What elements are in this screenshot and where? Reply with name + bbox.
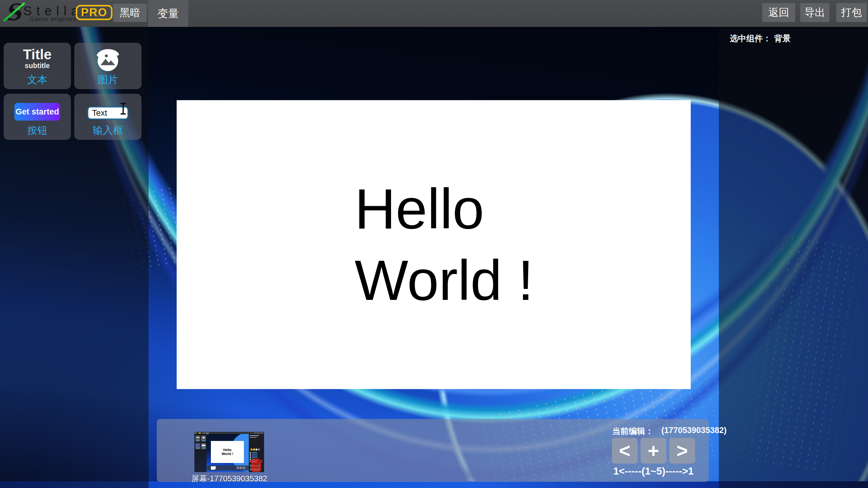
- app-logo: S: [2, 0, 24, 27]
- right-panel-backdrop: [719, 27, 868, 488]
- export-button[interactable]: 导出: [800, 3, 830, 22]
- palette-card-button[interactable]: Get started 按钮: [4, 94, 71, 140]
- mini-sidebar: [194, 434, 207, 472]
- inspector-selected-component: 选中组件： 背景: [730, 33, 791, 44]
- ibeam-cursor-icon: [120, 103, 127, 116]
- package-button[interactable]: 打包: [836, 3, 867, 22]
- palette-card-text[interactable]: Title subtitle 文本: [4, 43, 71, 89]
- top-bar: S Stellar Game engines PRO 黑暗 变量 返回 导出 打…: [0, 0, 868, 27]
- next-screen-button[interactable]: >: [669, 438, 695, 463]
- current-edit-value: (1770539035382): [661, 426, 726, 437]
- back-button[interactable]: 返回: [762, 3, 795, 22]
- screen-thumbnail[interactable]: Hello World !: [194, 432, 264, 472]
- screen-nav-buttons: < + >: [612, 438, 695, 463]
- delete-screen-button[interactable]: [248, 458, 264, 472]
- tab-variables[interactable]: 变量: [148, 0, 188, 27]
- current-edit-label: 当前编辑：: [612, 426, 653, 437]
- text-preview-title: Title: [23, 47, 52, 62]
- mini-top-bar: [194, 432, 264, 434]
- inspector-label: 选中组件：: [730, 33, 771, 44]
- dark-mode-button[interactable]: 黑暗: [113, 4, 147, 22]
- hello-world-component[interactable]: Hello World !: [177, 100, 691, 389]
- hello-line-1: Hello: [354, 173, 534, 245]
- pro-badge: PRO: [76, 5, 113, 20]
- mini-screens-bar: [207, 465, 249, 470]
- image-icon: [95, 47, 121, 74]
- screens-bar: Hello World !: [157, 419, 709, 482]
- inspector-value: 背景: [774, 33, 791, 44]
- screen-range-indicator: 1<-----(1~5)----->1: [612, 465, 695, 477]
- screen-name: 屏幕-1770539035382: [181, 473, 277, 484]
- mini-hello-box: Hello World !: [211, 441, 244, 463]
- text-preview-subtitle: subtitle: [25, 62, 50, 70]
- palette-label-button: 按钮: [4, 124, 71, 137]
- brand-tagline: Game engines: [29, 15, 77, 23]
- hello-world-text: Hello World !: [354, 173, 534, 316]
- add-screen-button[interactable]: +: [641, 438, 666, 463]
- palette-card-input[interactable]: Text 输入框: [74, 94, 142, 140]
- palette-label-text: 文本: [4, 73, 71, 87]
- palette-label-image: 图片: [74, 73, 142, 87]
- palette-card-image[interactable]: 图片: [74, 43, 142, 89]
- current-edit-readout: 当前编辑： (1770539035382): [612, 426, 726, 437]
- button-preview: Get started: [14, 103, 60, 121]
- prev-screen-button[interactable]: <: [612, 438, 638, 463]
- palette-label-input: 输入框: [74, 124, 142, 137]
- hello-line-2: World !: [354, 245, 534, 316]
